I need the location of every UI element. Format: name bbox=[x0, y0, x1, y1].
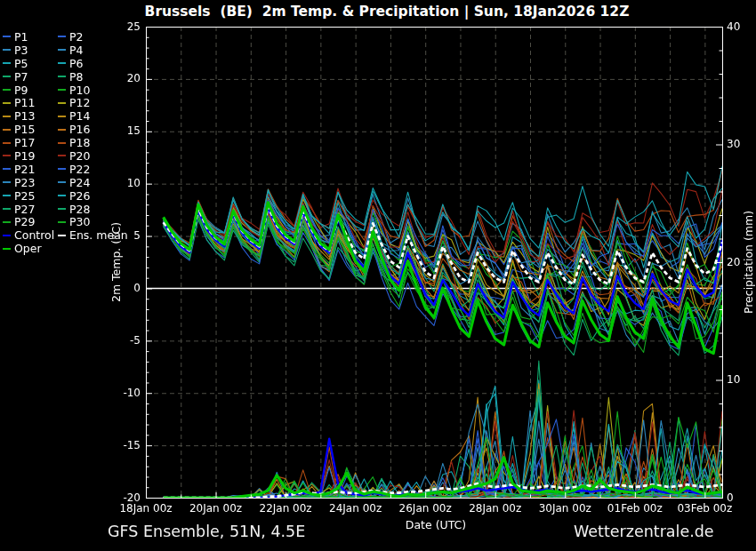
legend-swatch bbox=[3, 195, 11, 196]
legend-label: P28 bbox=[69, 203, 90, 216]
legend-item: P12 bbox=[58, 96, 128, 109]
legend-swatch bbox=[3, 248, 11, 250]
legend-item: P3 bbox=[3, 44, 55, 57]
legend-item: P6 bbox=[58, 57, 128, 70]
legend-label: P27 bbox=[14, 203, 35, 216]
legend-label: P5 bbox=[14, 57, 28, 70]
x-axis-title: Date (UTC) bbox=[382, 518, 489, 531]
x-tick-label: 01Feb 00z bbox=[595, 503, 675, 515]
legend-label: P20 bbox=[69, 149, 90, 163]
x-tick-label: 18Jan 00z bbox=[106, 503, 186, 515]
y-right-tick-label: 40 bbox=[727, 21, 756, 33]
y-right-tick-label: 10 bbox=[727, 374, 756, 386]
y-left-tick-label: -10 bbox=[0, 387, 141, 399]
legend-swatch bbox=[58, 195, 66, 196]
x-tick-label: 22Jan 00z bbox=[245, 503, 326, 515]
x-tick-label: 20Jan 00z bbox=[176, 503, 256, 515]
legend-label: P3 bbox=[14, 44, 28, 57]
legend-swatch bbox=[58, 62, 66, 64]
legend-label: P21 bbox=[14, 163, 35, 176]
x-tick-label: 26Jan 00z bbox=[385, 503, 465, 515]
legend-swatch bbox=[3, 155, 11, 156]
x-tick-label: 03Feb 00z bbox=[664, 503, 744, 515]
legend-swatch bbox=[58, 208, 66, 210]
legend-swatch bbox=[3, 36, 11, 37]
legend-swatch bbox=[3, 116, 11, 117]
y-left-tick-label: 0 bbox=[0, 283, 141, 294]
legend-item: P17 bbox=[3, 136, 55, 149]
legend-item: P19 bbox=[3, 149, 55, 163]
legend-swatch bbox=[58, 89, 66, 91]
legend-swatch bbox=[58, 168, 66, 170]
legend-item: P20 bbox=[58, 149, 128, 163]
legend-swatch bbox=[58, 155, 66, 156]
legend-swatch bbox=[58, 102, 66, 104]
legend-item: P27 bbox=[3, 203, 55, 216]
legend-swatch bbox=[3, 89, 11, 91]
x-tick-label: 28Jan 00z bbox=[455, 503, 535, 515]
legend-swatch bbox=[3, 221, 11, 223]
legend-item: P9 bbox=[3, 84, 55, 97]
y-left-tick-label: -5 bbox=[0, 335, 141, 347]
y-left-tick-label: 25 bbox=[0, 21, 141, 33]
legend-label: P13 bbox=[14, 109, 35, 123]
legend-item: P21 bbox=[3, 163, 55, 176]
legend-label: P17 bbox=[14, 136, 35, 149]
legend-swatch bbox=[3, 102, 11, 104]
legend-swatch bbox=[3, 49, 11, 51]
footer-model-label: GFS Ensemble, 51N, 4.5E bbox=[108, 523, 305, 540]
footer-site-label: Wetterzentrale.de bbox=[574, 523, 714, 540]
legend-label: P22 bbox=[69, 163, 90, 176]
legend-item: P11 bbox=[3, 96, 55, 109]
legend-label: P18 bbox=[69, 136, 90, 149]
legend-item: Oper bbox=[3, 242, 55, 255]
legend-item: P14 bbox=[58, 109, 128, 123]
legend-label: Oper bbox=[14, 242, 42, 255]
y-left-tick-label: 15 bbox=[0, 125, 141, 137]
legend-item: P22 bbox=[58, 163, 128, 176]
legend-item: P18 bbox=[58, 136, 128, 149]
legend-swatch bbox=[58, 116, 66, 117]
legend-item: P4 bbox=[58, 44, 128, 57]
legend-swatch bbox=[3, 208, 11, 210]
legend-label: P29 bbox=[14, 215, 35, 228]
legend-item: P5 bbox=[3, 57, 55, 70]
legend-swatch bbox=[58, 36, 66, 37]
legend-swatch bbox=[58, 221, 66, 223]
legend-label: P30 bbox=[69, 215, 90, 228]
legend-label: P19 bbox=[14, 149, 35, 163]
y-left-tick-label: 5 bbox=[0, 230, 141, 242]
legend-label: P6 bbox=[69, 57, 84, 70]
legend-label: P11 bbox=[14, 96, 35, 109]
legend-swatch bbox=[3, 62, 11, 64]
y-left-tick-label: -15 bbox=[0, 440, 141, 451]
x-tick-label: 30Jan 00z bbox=[525, 503, 605, 515]
legend-label: P12 bbox=[69, 96, 90, 109]
legend-label: P14 bbox=[69, 109, 90, 123]
y-right-tick-label: 30 bbox=[727, 139, 756, 150]
legend-label: P9 bbox=[14, 84, 28, 97]
y-left-tick-label: 20 bbox=[0, 73, 141, 84]
legend-item: P13 bbox=[3, 109, 55, 123]
legend-item: P25 bbox=[3, 189, 55, 203]
legend-label: P10 bbox=[69, 84, 90, 97]
legend-swatch bbox=[58, 49, 66, 51]
legend-item: P10 bbox=[58, 84, 128, 97]
legend-swatch bbox=[3, 168, 11, 170]
legend-item: P28 bbox=[58, 203, 128, 216]
legend-label: P25 bbox=[14, 189, 35, 203]
x-tick-label: 24Jan 00z bbox=[316, 503, 396, 515]
legend-label: P4 bbox=[69, 44, 84, 57]
legend-item: P26 bbox=[58, 189, 128, 203]
y-right-tick-label: 20 bbox=[727, 257, 756, 268]
legend-swatch bbox=[3, 142, 11, 144]
y-left-tick-label: 10 bbox=[0, 178, 141, 189]
legend-swatch bbox=[58, 142, 66, 144]
meteogram-page: Brussels (BE) 2m Temp. & Precipitation |… bbox=[0, 0, 756, 551]
legend-item: P29 bbox=[3, 215, 55, 228]
legend-label: P26 bbox=[69, 189, 90, 203]
